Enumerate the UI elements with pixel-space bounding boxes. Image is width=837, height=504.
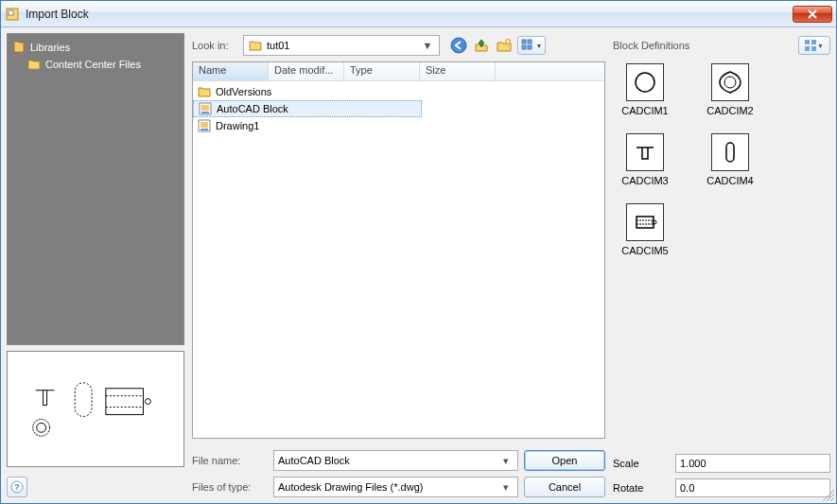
svg-rect-12 [528,40,532,43]
chevron-down-icon: ▼ [536,43,543,49]
back-button[interactable] [449,36,468,55]
svg-rect-11 [522,40,526,43]
block-definitions-grid: CADCIM1 CADCIM2 CADCIM3 [613,58,830,454]
filetype-value: Autodesk Drawing Files (*.dwg) [278,481,498,493]
svg-rect-14 [528,45,532,49]
folder-icon [26,57,42,72]
look-in-combo[interactable]: tut01 ▼ [243,35,440,56]
dialog-body: Libraries Content Center Files [1,27,836,503]
dwg-file-icon [197,118,212,133]
rotate-label: Rotate [613,482,670,494]
block-item-cadcim3[interactable]: CADCIM3 [613,133,677,186]
svg-point-5 [33,419,50,436]
file-list[interactable]: Name Date modif... Type Size OldVersions… [192,61,605,439]
svg-rect-24 [811,46,816,51]
file-name: OldVersions [216,86,271,97]
svg-rect-1 [9,10,13,15]
right-panel: Block Definitions ▼ CADCIM1 [613,33,830,497]
block-view-button[interactable]: ▼ [798,36,830,55]
import-block-dialog: Import Block Libraries Content Center Fi… [0,0,837,504]
file-list-header: Name Date modif... Type Size [193,62,604,81]
open-button[interactable]: Open [524,450,605,471]
filetype-label: Files of type: [192,481,268,493]
file-list-body: OldVersions AutoCAD Block Drawing1 [193,81,604,438]
block-thumb [626,63,664,101]
nav-icons: ▼ [449,36,546,55]
right-bottom-controls: Scale Rotate [613,454,830,497]
svg-rect-17 [201,112,209,113]
chevron-down-icon: ▼ [817,43,824,49]
rotate-input[interactable] [675,478,830,497]
tree-root-label: Libraries [30,42,70,53]
svg-text:?: ? [14,482,20,492]
list-item[interactable]: Drawing1 [193,117,604,134]
svg-rect-20 [201,129,208,130]
cancel-button-label: Cancel [549,481,581,493]
svg-rect-22 [811,40,816,44]
close-button[interactable] [793,6,832,23]
up-one-level-button[interactable] [472,36,491,55]
column-spacer [496,62,604,80]
book-icon [11,40,26,55]
window-title: Import Block [26,8,793,21]
block-definitions-header: Block Definitions ▼ [613,33,830,58]
svg-rect-21 [805,40,810,44]
column-name[interactable]: Name [193,62,269,80]
svg-point-6 [37,423,46,432]
filetype-combo[interactable]: Autodesk Drawing Files (*.dwg) ▾ [273,477,518,497]
preview-thumbnail [7,351,184,467]
open-button-label: Open [552,455,578,466]
filename-label: File name: [192,455,268,466]
libraries-tree[interactable]: Libraries Content Center Files [7,33,184,345]
look-in-row: Look in: tut01 ▼ [192,33,605,58]
file-name: Drawing1 [216,120,259,131]
svg-rect-3 [106,389,144,415]
grid-icon [805,40,816,51]
block-item-cadcim1[interactable]: CADCIM1 [613,63,677,116]
list-item[interactable]: AutoCAD Block [193,100,422,117]
look-in-value: tut01 [267,40,420,51]
block-label: CADCIM3 [621,175,669,186]
block-thumb [711,63,749,101]
svg-rect-13 [522,45,526,49]
column-size[interactable]: Size [420,62,496,80]
app-icon [5,7,20,22]
left-panel: Libraries Content Center Files [7,33,184,497]
folder-icon [248,38,263,53]
block-item-cadcim2[interactable]: CADCIM2 [698,63,762,116]
filename-value: AutoCAD Block [278,455,498,466]
cancel-button[interactable]: Cancel [524,477,605,497]
look-in-label: Look in: [192,40,237,51]
tree-root-libraries[interactable]: Libraries [11,40,180,55]
list-item[interactable]: OldVersions [193,83,604,100]
svg-rect-27 [726,143,734,162]
svg-point-26 [724,77,736,88]
svg-rect-23 [805,46,810,51]
tree-item-content-center[interactable]: Content Center Files [26,57,180,72]
new-folder-button[interactable] [495,36,514,55]
resize-grip[interactable] [823,490,834,501]
svg-point-9 [451,38,466,53]
svg-rect-28 [636,217,654,228]
file-name: AutoCAD Block [217,103,288,114]
block-thumb [626,133,664,171]
chevron-down-icon[interactable]: ▼ [420,36,435,55]
help-button[interactable]: ? [7,477,27,497]
dwg-file-icon [198,101,213,116]
svg-rect-16 [201,105,209,111]
filename-combo[interactable]: AutoCAD Block ▾ [273,450,518,471]
bottom-controls: File name: AutoCAD Block ▾ Open Files of… [192,450,605,497]
block-thumb [711,133,749,171]
folder-icon [197,84,212,99]
block-item-cadcim5[interactable]: CADCIM5 [613,203,677,256]
column-type[interactable]: Type [344,62,420,80]
block-item-cadcim4[interactable]: CADCIM4 [698,133,762,186]
block-label: CADCIM2 [706,105,754,116]
chevron-down-icon[interactable]: ▾ [498,455,514,467]
scale-input[interactable] [675,454,830,473]
views-button[interactable]: ▼ [517,36,546,55]
chevron-down-icon[interactable]: ▾ [498,481,514,494]
block-definitions-label: Block Definitions [613,40,798,51]
center-panel: Look in: tut01 ▼ [192,33,605,497]
column-date[interactable]: Date modif... [269,62,344,80]
